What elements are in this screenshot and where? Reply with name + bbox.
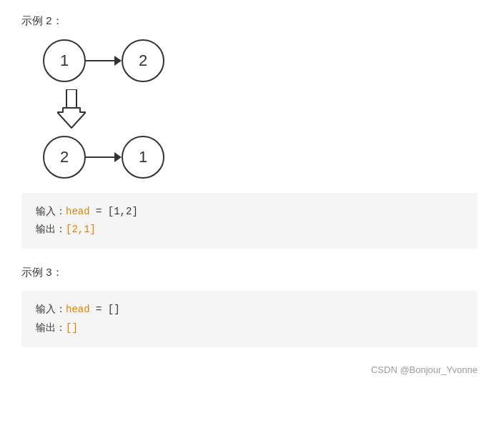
example3-input-value: = []	[90, 304, 120, 315]
example2-output-value: [2,1]	[66, 224, 96, 235]
example2-title: 示例 2：	[21, 14, 478, 28]
example2-code-block: 输入：head = [1,2] 输出：[2,1]	[21, 193, 478, 249]
example3-input-line: 输入：head = []	[36, 301, 463, 319]
example2-input-keyword: head	[66, 206, 90, 217]
example3-output-value: []	[66, 322, 78, 334]
watermark: CSDN @Bonjour_Yvonne	[21, 364, 478, 375]
down-arrow-container	[57, 89, 79, 129]
diagram-container: 1 2 2 1	[43, 39, 478, 179]
example3-output-label: 输出：	[36, 322, 66, 334]
example2-input-value: = [1,2]	[90, 206, 138, 217]
example3-code-block: 输入：head = [] 输出：[]	[21, 291, 478, 347]
node-1-bottom: 2	[43, 136, 86, 179]
node-2-top: 2	[122, 39, 164, 82]
example3-title: 示例 3：	[21, 266, 478, 279]
node-1-top: 1	[43, 39, 86, 82]
example2-output-label: 输出：	[36, 224, 66, 235]
bottom-nodes-row: 2 1	[43, 136, 164, 179]
example3-input-label: 输入：	[36, 304, 66, 315]
example2-input-line: 输入：head = [1,2]	[36, 203, 463, 221]
svg-marker-1	[57, 108, 86, 128]
example2-input-label: 输入：	[36, 206, 66, 217]
example3-output-line: 输出：[]	[36, 319, 463, 337]
node-2-bottom: 1	[122, 136, 164, 179]
example2-output-line: 输出：[2,1]	[36, 221, 463, 239]
top-nodes-row: 1 2	[43, 39, 164, 82]
down-arrow-icon	[57, 89, 79, 129]
example3-input-keyword: head	[66, 304, 90, 315]
